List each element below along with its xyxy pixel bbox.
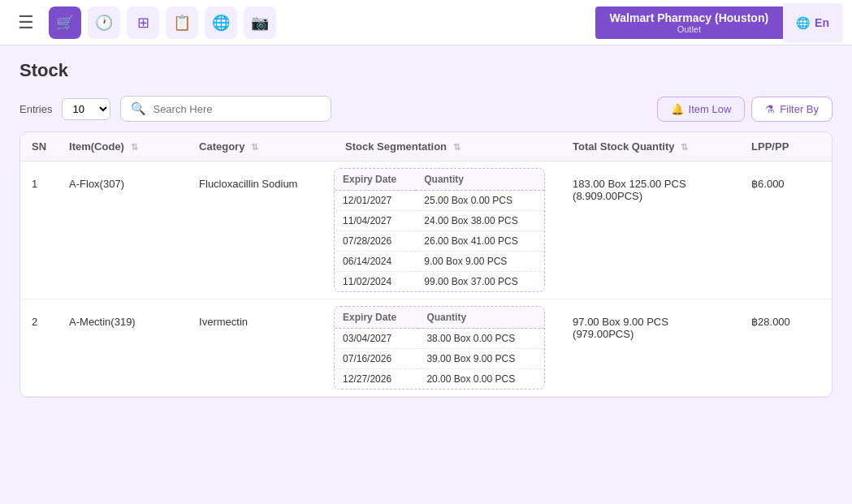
top-nav: ☰ 🛒 🕐 ⊞ 📋 🌐 📷 Walmart Pharmacy (Houston)… [0,0,852,45]
seg-expiry: 12/01/2027 [335,191,416,211]
item-low-label: Item Low [689,103,732,115]
seg-col-header: Quantity [418,307,544,329]
filter-button[interactable]: ⚗ Filter By [751,97,833,122]
seg-quantity: 20.00 Box 0.00 PCS [418,369,544,390]
seg-row: 12/27/202620.00 Box 0.00 PCS [335,369,544,390]
cell-item: A-Mectin(319) [58,299,188,397]
camera-icon: 📷 [251,14,269,32]
clipboard-nav-button[interactable]: 📋 [166,6,198,39]
seg-row: 03/04/202738.00 Box 0.00 PCS [335,329,544,349]
toolbar-right: 🔔 Item Low ⚗ Filter By [657,97,833,122]
seg-expiry: 07/28/2026 [335,231,416,252]
seg-expiry: 07/16/2026 [335,349,418,369]
filter-label: Filter By [780,103,819,115]
cart-icon: 🛒 [56,14,74,32]
language-icon: 🌐 [796,16,810,29]
hamburger-icon: ☰ [18,12,34,32]
layers-nav-button[interactable]: ⊞ [127,6,159,39]
table-body: 1A-Flox(307)Flucloxacillin SodiumExpiry … [20,162,832,397]
layers-icon: ⊞ [137,14,149,32]
search-icon: 🔍 [131,101,146,116]
col-sn: SN [20,132,58,162]
cell-category: Flucloxacillin Sodium [188,162,334,299]
entries-select[interactable]: 10 25 50 100 [62,98,110,120]
stock-table-wrapper: SN Item(Code) ⇅ Category ⇅ Stock Segment… [19,131,833,398]
hamburger-button[interactable]: ☰ [10,12,42,33]
seg-quantity: 39.00 Box 9.00 PCS [418,349,544,369]
seg-row: 07/28/202626.00 Box 41.00 PCS [335,231,544,252]
col-total-qty: Total Stock Quantity ⇅ [561,132,740,162]
camera-nav-button[interactable]: 📷 [244,6,276,39]
table-row: 1A-Flox(307)Flucloxacillin SodiumExpiry … [20,162,832,299]
seg-quantity: 9.00 Box 9.00 PCS [416,252,544,272]
seg-expiry: 06/14/2024 [335,252,416,272]
language-label: En [815,16,829,29]
col-stock-seg: Stock Segmentation ⇅ [334,132,561,162]
seg-col-header: Quantity [416,169,544,191]
seg-expiry: 12/27/2026 [335,369,418,390]
filter-icon: ⚗ [765,103,775,115]
search-input[interactable] [153,103,321,115]
stock-table: SN Item(Code) ⇅ Category ⇅ Stock Segment… [20,132,832,397]
seg-quantity: 38.00 Box 0.00 PCS [418,329,544,349]
cart-nav-button[interactable]: 🛒 [49,6,81,39]
col-item: Item(Code) ⇅ [58,132,188,162]
search-box: 🔍 [120,96,331,122]
seg-row: 06/14/20249.00 Box 9.00 PCS [335,252,544,272]
toolbar: Entries 10 25 50 100 🔍 🔔 Item Low ⚗ Filt… [19,96,833,122]
store-info: Walmart Pharmacy (Houston) Outlet [595,6,784,39]
seg-col-header: Expiry Date [335,169,416,191]
col-category: Category ⇅ [188,132,334,162]
seg-quantity: 99.00 Box 37.00 PCS [416,272,544,292]
seg-row: 12/01/202725.00 Box 0.00 PCS [335,191,544,211]
page-content: Stock Entries 10 25 50 100 🔍 🔔 Item Low … [0,45,852,412]
globe-icon: 🌐 [212,14,230,32]
sort-seg-icon[interactable]: ⇅ [453,142,461,152]
page-title: Stock [19,60,833,81]
cell-lpp: ฿28.000 [740,299,832,397]
seg-expiry: 03/04/2027 [335,329,418,349]
globe-nav-button[interactable]: 🌐 [205,6,237,39]
cell-total-qty: 183.00 Box 125.00 PCS (8.909.00PCS) [561,162,740,299]
clock-icon: 🕐 [95,14,113,32]
sort-qty-icon[interactable]: ⇅ [681,142,688,152]
seg-quantity: 24.00 Box 38.00 PCS [416,211,544,231]
nav-left: ☰ 🛒 🕐 ⊞ 📋 🌐 📷 [10,6,276,39]
seg-quantity: 25.00 Box 0.00 PCS [416,191,544,211]
seg-expiry: 11/04/2027 [335,211,416,231]
entries-label: Entries [19,103,52,115]
cell-lpp: ฿6.000 [740,162,832,299]
bell-icon: 🔔 [671,103,684,115]
sort-item-icon[interactable]: ⇅ [131,142,138,152]
cell-category: Ivermectin [188,299,334,397]
cell-sn: 1 [20,162,58,299]
table-row: 2A-Mectin(319)IvermectinExpiry DateQuant… [20,299,832,397]
col-lpp: LPP/PP [740,132,832,162]
clock-nav-button[interactable]: 🕐 [88,6,120,39]
cell-item: A-Flox(307) [58,162,188,299]
seg-row: 07/16/202639.00 Box 9.00 PCS [335,349,544,369]
seg-table: Expiry DateQuantity12/01/202725.00 Box 0… [334,168,545,292]
store-name: Walmart Pharmacy (Houston) [610,11,769,24]
sort-cat-icon[interactable]: ⇅ [251,142,258,152]
seg-table: Expiry DateQuantity03/04/202738.00 Box 0… [334,306,545,390]
seg-row: 11/04/202724.00 Box 38.00 PCS [335,211,544,231]
seg-quantity: 26.00 Box 41.00 PCS [416,231,544,252]
table-header-row: SN Item(Code) ⇅ Category ⇅ Stock Segment… [20,132,832,162]
seg-expiry: 11/02/2024 [335,272,416,292]
seg-row: 11/02/202499.00 Box 37.00 PCS [335,272,544,292]
seg-col-header: Expiry Date [335,307,418,329]
item-low-button[interactable]: 🔔 Item Low [657,97,746,122]
language-button[interactable]: 🌐 En [783,3,842,42]
clipboard-icon: 📋 [173,14,191,32]
cell-total-qty: 97.00 Box 9.00 PCS (979.00PCS) [561,299,740,397]
cell-sn: 2 [20,299,58,397]
store-sub: Outlet [610,24,769,34]
cell-stock-seg: Expiry DateQuantity12/01/202725.00 Box 0… [334,162,561,299]
nav-right: Walmart Pharmacy (Houston) Outlet 🌐 En [595,3,842,42]
cell-stock-seg: Expiry DateQuantity03/04/202738.00 Box 0… [334,299,561,397]
